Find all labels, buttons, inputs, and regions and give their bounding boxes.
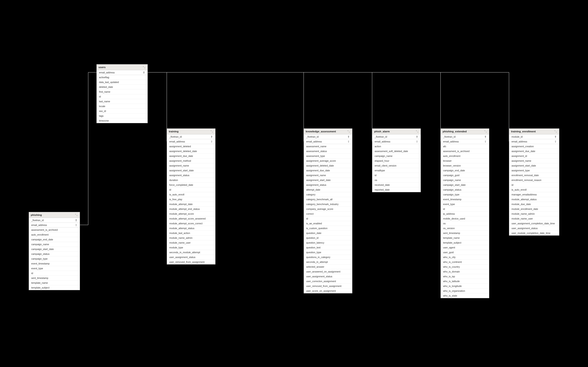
table-row[interactable]: enrollment_removal_reason [509,178,559,183]
expand-icon[interactable] [554,130,557,133]
table-phishing_extended[interactable]: phishing_extended_fivetran_idemail_addre… [441,128,489,298]
table-training_enrollment[interactable]: training_enrollmentmodule_idemail_addres… [509,128,559,236]
table-row[interactable]: assignment_deleted_date [167,149,215,154]
table-row[interactable]: sent_timestamp [441,231,489,236]
table-row[interactable]: campaign_type [29,257,80,261]
table-row[interactable]: id [304,216,352,221]
table-row[interactable]: assignment_method [167,158,215,163]
table-row[interactable]: id [372,173,421,178]
table-row[interactable]: who_is_domain [441,269,489,274]
table-row[interactable]: event_timestamp [441,197,489,202]
table-phish_alarm[interactable]: phish_alarm_fivetran_idemail_addressacti… [372,128,421,192]
table-row[interactable]: os [372,178,421,183]
table-row[interactable]: id [441,207,489,211]
table-row[interactable]: category_benchmark_all [304,197,352,202]
table-knowledge_assessment[interactable]: knowledge_assessment_fivetran_idemail_ad… [304,128,352,293]
table-row[interactable]: who_is_latitude [441,279,489,284]
table-row[interactable]: auto_enrollment [29,232,80,237]
table-row[interactable]: campaign_name [29,242,80,247]
table-row[interactable]: user_assignment_status [304,274,352,279]
table-row[interactable]: questions_in_category [304,255,352,260]
table-row[interactable]: module_attempt_score [167,211,215,216]
table-row[interactable]: elapsed_hour [372,158,421,163]
table-row[interactable]: _fivetran_id [441,134,489,139]
table-row[interactable]: module_last_action [167,231,215,236]
table-row[interactable]: module_attempt_status [509,197,559,202]
table-row[interactable]: ip_address [441,211,489,216]
table-row[interactable]: module_attempt_date [167,202,215,207]
table-row[interactable]: sent_timestamp [29,276,80,281]
table-row[interactable]: event_type [29,266,80,271]
table-row[interactable]: id [29,271,80,276]
table-row[interactable]: assessment_type [304,154,352,158]
table-row[interactable]: _fivetran_id [304,134,352,139]
table-row[interactable]: email_address [304,139,352,144]
table-row[interactable]: template_name [441,236,489,240]
table-row[interactable]: user_assignment_status [509,226,559,231]
table-row[interactable]: assessment_is_archived [441,149,489,154]
table-row[interactable]: afc [441,144,489,149]
table-row[interactable]: user_answered_on_assignment [304,269,352,274]
table-row[interactable]: module_id [509,134,559,139]
table-row[interactable]: module_name_admin [167,236,215,240]
table-row[interactable]: assignment_creation [509,144,559,149]
table-row[interactable]: who_is_organization [441,289,489,293]
table-row[interactable]: template_subject [29,285,80,290]
table-row[interactable]: assignment_status [304,183,352,187]
table-row[interactable]: template_subject [441,240,489,245]
table-row[interactable]: campaign_status [441,187,489,192]
table-row[interactable]: module_attempt_score_correct [167,221,215,226]
table-row[interactable]: deleted_date [97,85,147,90]
table-row[interactable]: timezone [97,118,147,123]
table-row[interactable]: question_date [304,231,352,236]
table-row[interactable]: seconds_in_attempt [304,260,352,265]
table-header[interactable]: users [97,65,147,70]
table-row[interactable]: campaign_status [29,252,80,257]
table-row[interactable]: who_is_longitude [441,284,489,289]
table-row[interactable]: campaign_end_date [441,168,489,173]
table-row[interactable]: browser [441,158,489,163]
table-row[interactable]: last_name [97,99,147,104]
table-row[interactable]: enrollment_removal_date [509,173,559,178]
table-row[interactable]: is_custom_question [304,226,352,231]
table-row[interactable]: campaign_start_date [29,247,80,252]
table-row[interactable]: force_completed_date [167,183,215,187]
table-row[interactable]: user_assignment_status [167,255,215,260]
table-row[interactable]: tags [97,114,147,118]
table-row[interactable]: user_removed_from_assignment [167,260,215,264]
table-row[interactable]: user_score_on_assignment [304,289,352,293]
table-row[interactable]: is_ae_enabled [304,221,352,226]
table-row[interactable]: os [441,221,489,226]
table-row[interactable]: module_attempt_end_status [167,207,215,211]
table-row[interactable]: who_is_city [441,255,489,260]
table-row[interactable]: user_assignment_completion_date_time [509,221,559,226]
table-row[interactable]: email_address [29,223,80,227]
table-phishing[interactable]: phishing_fivetran_idemail_addressassessm… [29,212,80,290]
table-row[interactable]: module_attempt_score_answered [167,216,215,221]
table-row[interactable]: assessment_status [304,149,352,154]
table-row[interactable]: template_name [29,281,80,285]
table-row[interactable]: campaign_name [372,154,421,158]
table-row[interactable]: assessment_soft_deleted_date [372,149,421,154]
table-row[interactable]: is_auto_enroll [509,187,559,192]
table-row[interactable]: attempt_date [304,187,352,192]
table-row[interactable]: campaign_name [441,178,489,183]
table-row[interactable]: question_id [304,236,352,240]
table-row[interactable]: email_address [441,139,489,144]
table-row[interactable]: assignment_id [509,154,559,158]
table-row[interactable]: email_address [509,139,559,144]
table-row[interactable]: assignment_start_date [509,163,559,168]
table-row[interactable]: module_enrollment_date [509,207,559,211]
table-row[interactable]: assignment_due_date [167,154,215,158]
table-row[interactable]: campaign_type [441,192,489,197]
table-row[interactable]: user_agent [441,245,489,250]
table-row[interactable]: module_name_admin [509,211,559,216]
table-row[interactable]: assignment_deleted_date [304,163,352,168]
table-row[interactable]: category [304,192,352,197]
table-row[interactable]: email_address [167,139,215,144]
table-row[interactable]: module_type [167,245,215,250]
table-row[interactable]: question_type [304,250,352,255]
table-row[interactable]: who_is_continent [441,260,489,265]
table-row[interactable]: manager_emailaddress [509,192,559,197]
table-header[interactable]: training [167,129,215,134]
